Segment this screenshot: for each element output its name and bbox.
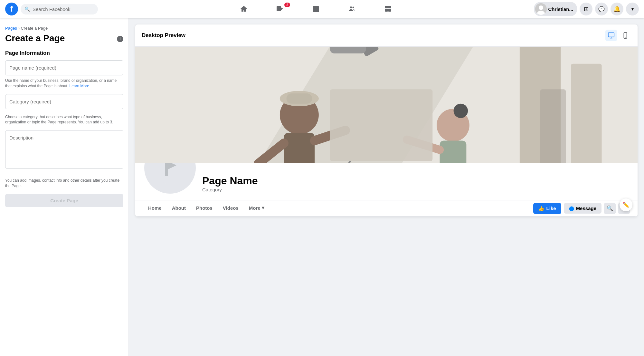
profile-name: Page Name <box>202 175 630 187</box>
nav-center: 2 <box>100 1 531 17</box>
message-button[interactable]: ⬤ Message <box>564 203 601 214</box>
svg-rect-0 <box>277 6 281 11</box>
svg-rect-14 <box>608 33 614 37</box>
create-page-button[interactable]: Create Page <box>5 194 123 207</box>
svg-rect-10 <box>388 9 391 12</box>
search-bar[interactable]: 🔍 <box>21 4 98 14</box>
messenger-icon: ⬤ <box>569 206 574 211</box>
profile-info: Page Name Category <box>202 175 630 195</box>
profile-category: Category <box>202 187 630 192</box>
more-chevron-icon: ▾ <box>262 205 264 211</box>
page-navigation: Home About Photos Videos More ▾ 👍 Like <box>135 200 638 216</box>
bottom-hint: You can add images, contact info and oth… <box>5 178 123 189</box>
svg-point-12 <box>539 5 543 10</box>
search-input[interactable] <box>33 6 94 12</box>
breadcrumb: Pages › Create a Page <box>5 26 123 31</box>
search-icon: 🔍 <box>24 6 30 12</box>
user-avatar <box>535 3 547 15</box>
nav-about-link[interactable]: About <box>167 200 191 216</box>
nav-photos-link[interactable]: Photos <box>191 200 218 216</box>
category-hint: Choose a category that describes what ty… <box>5 114 123 125</box>
page-nav-links: Home About Photos Videos More ▾ <box>143 200 270 216</box>
svg-rect-38 <box>165 161 168 176</box>
svg-rect-34 <box>540 89 566 163</box>
nav-badge: 2 <box>284 3 290 7</box>
nav-home-link[interactable]: Home <box>143 200 167 216</box>
svg-rect-31 <box>330 89 432 161</box>
top-navigation: f 🔍 2 Christian... ⊞ 💬 <box>0 0 644 18</box>
category-input[interactable] <box>5 94 123 109</box>
description-input[interactable] <box>5 130 123 169</box>
like-button[interactable]: 👍 Like <box>533 203 561 214</box>
page-name-input[interactable] <box>5 60 123 75</box>
svg-rect-24 <box>284 133 315 163</box>
account-menu-button[interactable]: ▾ <box>626 3 639 15</box>
view-toggles <box>605 30 631 41</box>
edit-button[interactable]: ✏️ <box>620 198 632 211</box>
messenger-button[interactable]: 💬 <box>595 3 608 15</box>
svg-rect-9 <box>385 9 388 12</box>
nav-pages-button[interactable] <box>370 1 406 17</box>
right-content: Desktop Preview <box>129 18 644 356</box>
notifications-button[interactable]: 🔔 <box>611 3 623 15</box>
svg-point-28 <box>454 104 468 118</box>
svg-point-5 <box>350 6 352 8</box>
page-information-heading: Page Information <box>5 50 123 56</box>
nav-right: Christian... ⊞ 💬 🔔 ▾ <box>534 2 639 16</box>
info-icon[interactable]: i <box>117 36 123 42</box>
page-nav-actions: 👍 Like ⬤ Message 🔍 ··· <box>533 203 630 214</box>
nav-video-button[interactable]: 2 <box>262 1 298 17</box>
edit-icon: ✏️ <box>622 201 630 208</box>
svg-rect-33 <box>571 64 602 163</box>
nav-videos-link[interactable]: Videos <box>218 200 244 216</box>
username-label: Christian... <box>548 6 573 12</box>
search-sm-icon: 🔍 <box>607 205 613 211</box>
page-search-button[interactable]: 🔍 <box>604 203 616 214</box>
svg-point-6 <box>353 6 354 8</box>
svg-rect-36 <box>330 47 366 53</box>
nav-more-link[interactable]: More ▾ <box>244 200 270 216</box>
nav-home-button[interactable] <box>226 1 262 17</box>
like-icon: 👍 <box>538 206 545 211</box>
cover-photo <box>135 47 638 163</box>
svg-rect-29 <box>440 140 467 163</box>
user-profile-btn[interactable]: Christian... <box>534 2 577 16</box>
nav-groups-button[interactable] <box>334 1 370 17</box>
main-layout: Pages › Create a Page Create a Page i Pa… <box>0 18 644 356</box>
left-sidebar: Pages › Create a Page Create a Page i Pa… <box>0 18 129 356</box>
svg-rect-7 <box>385 6 388 8</box>
svg-rect-8 <box>388 6 391 8</box>
nav-left: f 🔍 <box>5 3 98 15</box>
apps-menu-button[interactable]: ⊞ <box>580 3 592 15</box>
preview-card: Desktop Preview <box>135 24 638 216</box>
breadcrumb-pages-link[interactable]: Pages <box>5 26 17 31</box>
svg-rect-23 <box>287 93 312 104</box>
nav-store-button[interactable] <box>298 1 334 17</box>
page-title: Create a Page <box>5 33 65 43</box>
preview-title: Desktop Preview <box>142 32 185 39</box>
learn-more-link[interactable]: Learn More <box>69 84 89 88</box>
desktop-view-toggle[interactable] <box>605 30 617 41</box>
svg-point-18 <box>625 37 626 38</box>
facebook-logo[interactable]: f <box>5 3 18 15</box>
mobile-view-toggle[interactable] <box>620 30 631 41</box>
page-name-hint: Use the name of your business, brand or … <box>5 78 123 89</box>
preview-header: Desktop Preview <box>135 24 638 47</box>
svg-marker-1 <box>281 7 283 10</box>
profile-section: Page Name Category <box>135 163 638 200</box>
